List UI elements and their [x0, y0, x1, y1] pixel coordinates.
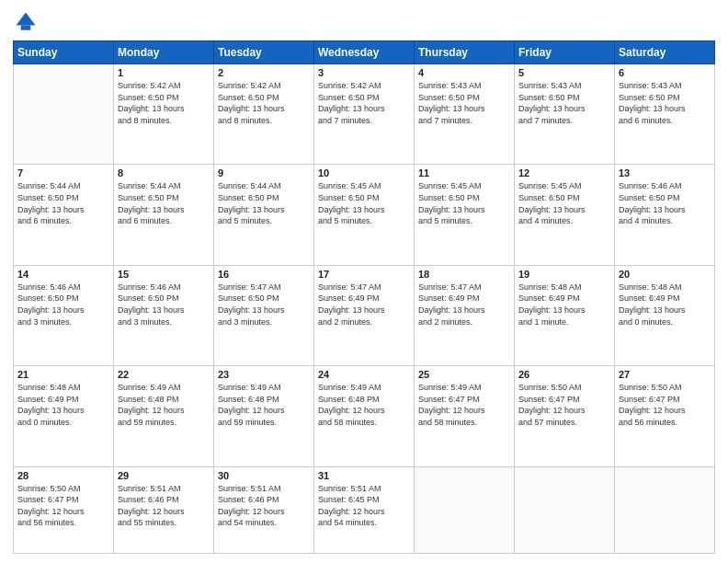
day-header-row: SundayMondayTuesdayWednesdayThursdayFrid… — [14, 41, 715, 64]
calendar-cell: 5Sunrise: 5:43 AM Sunset: 6:50 PM Daylig… — [515, 64, 615, 165]
calendar-cell: 13Sunrise: 5:46 AM Sunset: 6:50 PM Dayli… — [615, 165, 715, 265]
day-info: Sunrise: 5:51 AM Sunset: 6:46 PM Dayligh… — [218, 483, 310, 529]
day-number: 18 — [418, 269, 510, 280]
calendar-cell: 8Sunrise: 5:44 AM Sunset: 6:50 PM Daylig… — [114, 165, 214, 265]
calendar-cell: 12Sunrise: 5:45 AM Sunset: 6:50 PM Dayli… — [515, 165, 615, 265]
calendar-cell: 3Sunrise: 5:42 AM Sunset: 6:50 PM Daylig… — [314, 64, 415, 165]
calendar-cell: 31Sunrise: 5:51 AM Sunset: 6:45 PM Dayli… — [314, 466, 415, 554]
day-number: 2 — [218, 67, 310, 78]
day-info: Sunrise: 5:44 AM Sunset: 6:50 PM Dayligh… — [17, 180, 109, 226]
calendar-cell: 14Sunrise: 5:46 AM Sunset: 6:50 PM Dayli… — [14, 265, 114, 365]
day-number: 11 — [418, 167, 510, 178]
col-header-monday: Monday — [114, 41, 214, 64]
week-row-3: 14Sunrise: 5:46 AM Sunset: 6:50 PM Dayli… — [14, 265, 715, 365]
day-info: Sunrise: 5:50 AM Sunset: 6:47 PM Dayligh… — [17, 483, 109, 529]
day-info: Sunrise: 5:43 AM Sunset: 6:50 PM Dayligh… — [518, 80, 610, 126]
calendar-cell: 22Sunrise: 5:49 AM Sunset: 6:48 PM Dayli… — [114, 366, 214, 466]
day-number: 10 — [318, 167, 410, 178]
day-info: Sunrise: 5:43 AM Sunset: 6:50 PM Dayligh… — [418, 80, 510, 126]
day-number: 4 — [418, 67, 510, 78]
calendar-cell — [14, 64, 114, 165]
calendar-cell: 30Sunrise: 5:51 AM Sunset: 6:46 PM Dayli… — [214, 466, 314, 554]
calendar-cell: 6Sunrise: 5:43 AM Sunset: 6:50 PM Daylig… — [615, 64, 715, 165]
calendar-cell: 17Sunrise: 5:47 AM Sunset: 6:49 PM Dayli… — [314, 265, 415, 365]
day-info: Sunrise: 5:49 AM Sunset: 6:48 PM Dayligh… — [118, 382, 210, 428]
day-number: 27 — [619, 369, 711, 380]
col-header-sunday: Sunday — [14, 41, 114, 64]
day-number: 23 — [218, 369, 310, 380]
day-number: 7 — [17, 167, 109, 178]
day-info: Sunrise: 5:45 AM Sunset: 6:50 PM Dayligh… — [518, 180, 610, 226]
day-number: 17 — [318, 269, 410, 280]
week-row-2: 7Sunrise: 5:44 AM Sunset: 6:50 PM Daylig… — [14, 165, 715, 265]
day-info: Sunrise: 5:45 AM Sunset: 6:50 PM Dayligh… — [318, 180, 410, 226]
day-info: Sunrise: 5:45 AM Sunset: 6:50 PM Dayligh… — [418, 180, 510, 226]
svg-marker-0 — [17, 13, 36, 26]
day-number: 9 — [218, 167, 310, 178]
day-number: 22 — [118, 369, 210, 380]
day-info: Sunrise: 5:49 AM Sunset: 6:47 PM Dayligh… — [418, 382, 510, 428]
day-info: Sunrise: 5:50 AM Sunset: 6:47 PM Dayligh… — [518, 382, 610, 428]
week-row-4: 21Sunrise: 5:48 AM Sunset: 6:49 PM Dayli… — [14, 366, 715, 466]
day-number: 29 — [118, 470, 210, 481]
day-info: Sunrise: 5:48 AM Sunset: 6:49 PM Dayligh… — [619, 282, 711, 327]
day-info: Sunrise: 5:48 AM Sunset: 6:49 PM Dayligh… — [518, 282, 610, 327]
day-info: Sunrise: 5:51 AM Sunset: 6:46 PM Dayligh… — [118, 483, 210, 529]
calendar-cell: 21Sunrise: 5:48 AM Sunset: 6:49 PM Dayli… — [14, 366, 114, 466]
calendar-cell: 23Sunrise: 5:49 AM Sunset: 6:48 PM Dayli… — [214, 366, 314, 466]
day-info: Sunrise: 5:46 AM Sunset: 6:50 PM Dayligh… — [17, 282, 109, 327]
logo-icon — [13, 9, 39, 35]
calendar-cell — [415, 466, 515, 554]
day-number: 14 — [17, 269, 109, 280]
day-info: Sunrise: 5:42 AM Sunset: 6:50 PM Dayligh… — [218, 80, 310, 126]
col-header-tuesday: Tuesday — [214, 41, 314, 64]
day-info: Sunrise: 5:44 AM Sunset: 6:50 PM Dayligh… — [118, 180, 210, 226]
svg-rect-1 — [21, 26, 31, 30]
calendar-cell: 2Sunrise: 5:42 AM Sunset: 6:50 PM Daylig… — [214, 64, 314, 165]
day-number: 25 — [418, 369, 510, 380]
header — [13, 9, 715, 35]
col-header-friday: Friday — [515, 41, 615, 64]
day-info: Sunrise: 5:49 AM Sunset: 6:48 PM Dayligh… — [218, 382, 310, 428]
calendar-cell: 11Sunrise: 5:45 AM Sunset: 6:50 PM Dayli… — [415, 165, 515, 265]
day-info: Sunrise: 5:51 AM Sunset: 6:45 PM Dayligh… — [318, 483, 410, 529]
calendar-cell: 29Sunrise: 5:51 AM Sunset: 6:46 PM Dayli… — [114, 466, 214, 554]
calendar-table: SundayMondayTuesdayWednesdayThursdayFrid… — [13, 40, 715, 554]
day-info: Sunrise: 5:47 AM Sunset: 6:50 PM Dayligh… — [218, 282, 310, 327]
calendar-cell: 19Sunrise: 5:48 AM Sunset: 6:49 PM Dayli… — [515, 265, 615, 365]
calendar-cell: 28Sunrise: 5:50 AM Sunset: 6:47 PM Dayli… — [14, 466, 114, 554]
calendar-cell: 9Sunrise: 5:44 AM Sunset: 6:50 PM Daylig… — [214, 165, 314, 265]
calendar-cell: 10Sunrise: 5:45 AM Sunset: 6:50 PM Dayli… — [314, 165, 415, 265]
day-number: 8 — [118, 167, 210, 178]
logo — [13, 9, 42, 35]
day-info: Sunrise: 5:48 AM Sunset: 6:49 PM Dayligh… — [17, 382, 109, 428]
col-header-saturday: Saturday — [615, 41, 715, 64]
calendar-cell: 24Sunrise: 5:49 AM Sunset: 6:48 PM Dayli… — [314, 366, 415, 466]
week-row-5: 28Sunrise: 5:50 AM Sunset: 6:47 PM Dayli… — [14, 466, 715, 554]
calendar-cell: 16Sunrise: 5:47 AM Sunset: 6:50 PM Dayli… — [214, 265, 314, 365]
day-number: 19 — [518, 269, 610, 280]
calendar-cell: 25Sunrise: 5:49 AM Sunset: 6:47 PM Dayli… — [415, 366, 515, 466]
calendar-cell: 4Sunrise: 5:43 AM Sunset: 6:50 PM Daylig… — [415, 64, 515, 165]
day-number: 5 — [518, 67, 610, 78]
day-number: 1 — [118, 67, 210, 78]
day-number: 31 — [318, 470, 410, 481]
calendar-cell — [515, 466, 615, 554]
day-number: 16 — [218, 269, 310, 280]
day-number: 3 — [318, 67, 410, 78]
calendar-cell: 18Sunrise: 5:47 AM Sunset: 6:49 PM Dayli… — [415, 265, 515, 365]
day-info: Sunrise: 5:46 AM Sunset: 6:50 PM Dayligh… — [619, 180, 711, 226]
day-number: 20 — [619, 269, 711, 280]
day-number: 13 — [619, 167, 711, 178]
day-number: 24 — [318, 369, 410, 380]
day-number: 30 — [218, 470, 310, 481]
day-number: 28 — [17, 470, 109, 481]
calendar-cell: 7Sunrise: 5:44 AM Sunset: 6:50 PM Daylig… — [14, 165, 114, 265]
col-header-thursday: Thursday — [415, 41, 515, 64]
calendar-cell: 1Sunrise: 5:42 AM Sunset: 6:50 PM Daylig… — [114, 64, 214, 165]
day-number: 15 — [118, 269, 210, 280]
day-number: 26 — [518, 369, 610, 380]
col-header-wednesday: Wednesday — [314, 41, 415, 64]
day-number: 21 — [17, 369, 109, 380]
day-number: 6 — [619, 67, 711, 78]
